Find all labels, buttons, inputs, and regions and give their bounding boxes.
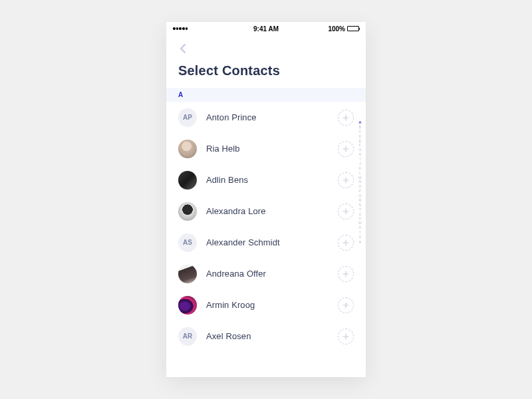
add-contact-button[interactable] <box>338 235 354 251</box>
avatar <box>178 202 197 221</box>
add-contact-button[interactable] <box>338 172 354 188</box>
index-letter[interactable]: X <box>359 225 362 230</box>
battery-percent: 100% <box>328 25 345 33</box>
avatar: AS <box>178 233 197 252</box>
index-letter[interactable]: H <box>358 152 361 157</box>
index-letter[interactable]: Z <box>359 235 361 239</box>
battery-icon <box>347 26 359 31</box>
index-letter[interactable]: Y <box>359 230 362 235</box>
add-contact-button[interactable] <box>338 203 354 219</box>
contact-name: Alexander Schmidt <box>206 237 329 247</box>
contact-row[interactable]: APAnton Prince <box>178 102 354 133</box>
index-letter[interactable]: P <box>359 189 362 194</box>
index-letter[interactable]: N <box>358 180 361 184</box>
contact-row[interactable]: ASAlexander Schmidt <box>178 227 354 258</box>
avatar <box>178 265 197 283</box>
add-contact-button[interactable] <box>338 329 354 344</box>
index-letter[interactable]: E <box>359 139 362 144</box>
index-letter[interactable]: C <box>358 130 361 134</box>
plus-icon <box>342 114 349 121</box>
contact-name: Ria Helb <box>206 144 329 154</box>
index-letter[interactable]: I <box>360 157 361 162</box>
avatar: AP <box>178 108 197 127</box>
index-letter[interactable]: L <box>359 171 361 176</box>
contact-row[interactable]: Alexandra Lore <box>178 196 354 227</box>
plus-icon <box>342 302 349 309</box>
contacts-list: APAnton PrinceRia HelbAdlin BensAlexandr… <box>166 102 366 352</box>
contact-name: Anton Prince <box>206 112 329 122</box>
plus-icon <box>342 177 349 184</box>
contact-row[interactable]: Adlin Bens <box>178 164 354 196</box>
contact-name: Adlin Bens <box>206 175 329 185</box>
avatar <box>178 140 197 158</box>
add-contact-button[interactable] <box>338 110 354 126</box>
index-letter[interactable]: V <box>359 216 362 221</box>
contact-name: Armin Kroog <box>206 300 329 310</box>
add-contact-button[interactable] <box>338 141 354 157</box>
chevron-left-icon <box>180 43 186 54</box>
index-letter[interactable]: J <box>359 162 361 166</box>
contact-row[interactable]: Armin Kroog <box>178 289 354 321</box>
contact-row[interactable]: ARAxel Rosen <box>178 321 354 352</box>
contact-name: Alexandra Lore <box>206 206 329 216</box>
section-header: A <box>166 88 366 102</box>
avatar <box>178 296 197 315</box>
status-bar: 9:41 AM 100% <box>166 22 366 35</box>
page-title: Select Contacts <box>178 63 354 78</box>
contact-name: Axel Rosen <box>206 331 329 341</box>
index-letter[interactable]: F <box>359 143 361 148</box>
index-letter[interactable]: O <box>358 184 361 189</box>
index-letter[interactable]: K <box>359 166 362 171</box>
contact-name: Andreana Offer <box>206 269 329 279</box>
index-letter[interactable]: W <box>358 221 362 225</box>
contact-row[interactable]: Ria Helb <box>178 133 354 164</box>
plus-icon <box>342 239 349 246</box>
add-contact-button[interactable] <box>338 266 354 282</box>
index-letter[interactable]: R <box>358 198 361 203</box>
plus-icon <box>342 208 349 215</box>
plus-icon <box>342 271 349 277</box>
index-letter[interactable]: G <box>358 148 361 152</box>
phone-frame: 9:41 AM 100% Select Contacts A APAnton P… <box>166 22 366 377</box>
plus-icon <box>342 333 349 340</box>
add-contact-button[interactable] <box>338 297 354 313</box>
status-time: 9:41 AM <box>253 25 279 33</box>
index-letter[interactable]: B <box>359 125 362 130</box>
avatar: AR <box>178 327 197 346</box>
header: Select Contacts <box>166 35 366 88</box>
index-letter[interactable]: U <box>358 212 361 217</box>
index-letter[interactable]: M <box>358 176 362 180</box>
index-letter[interactable]: Q <box>358 194 361 198</box>
contact-row[interactable]: Andreana Offer <box>178 258 354 289</box>
status-right: 100% <box>328 25 359 33</box>
signal-dots <box>173 27 188 30</box>
index-letter[interactable]: S <box>359 203 362 207</box>
plus-icon <box>342 146 349 152</box>
index-letter[interactable]: A <box>358 120 361 125</box>
alphabet-index[interactable]: ABCDEFGHIJKLMNOPQRSTUVWXYZ <box>358 120 362 243</box>
index-letter[interactable]: D <box>358 134 361 139</box>
back-button[interactable] <box>178 41 188 57</box>
index-letter[interactable]: T <box>359 207 361 212</box>
avatar <box>178 171 197 190</box>
index-dot <box>359 241 361 243</box>
